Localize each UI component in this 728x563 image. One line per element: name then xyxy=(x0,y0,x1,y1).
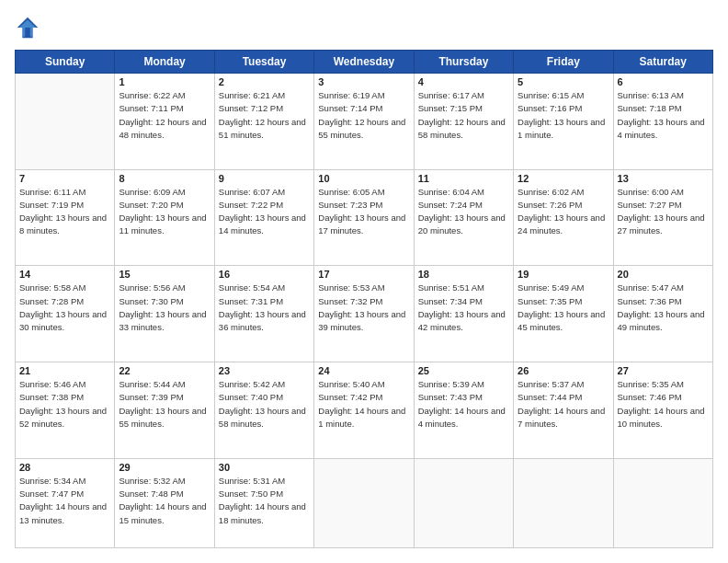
day-number: 22 xyxy=(119,365,210,376)
col-header-wednesday: Wednesday xyxy=(314,51,414,74)
calendar-cell: 28Sunrise: 5:34 AMSunset: 7:47 PMDayligh… xyxy=(16,458,115,547)
day-number: 23 xyxy=(219,365,310,376)
day-number: 11 xyxy=(418,173,509,184)
calendar-cell: 25Sunrise: 5:39 AMSunset: 7:43 PMDayligh… xyxy=(414,362,513,459)
page: SundayMondayTuesdayWednesdayThursdayFrid… xyxy=(0,0,728,563)
calendar-cell: 4Sunrise: 6:17 AMSunset: 7:15 PMDaylight… xyxy=(414,74,513,170)
day-number: 27 xyxy=(618,365,709,376)
day-info: Sunrise: 6:05 AMSunset: 7:23 PMDaylight:… xyxy=(318,186,409,238)
calendar-cell: 14Sunrise: 5:58 AMSunset: 7:28 PMDayligh… xyxy=(16,266,115,362)
day-number: 26 xyxy=(518,365,609,376)
day-info: Sunrise: 5:31 AMSunset: 7:50 PMDaylight:… xyxy=(219,475,310,527)
day-info: Sunrise: 5:35 AMSunset: 7:46 PMDaylight:… xyxy=(618,378,709,431)
day-number: 2 xyxy=(219,76,310,87)
day-info: Sunrise: 5:40 AMSunset: 7:42 PMDaylight:… xyxy=(318,378,409,431)
header xyxy=(15,15,713,40)
calendar-cell: 2Sunrise: 6:21 AMSunset: 7:12 PMDaylight… xyxy=(214,74,313,170)
col-header-friday: Friday xyxy=(514,51,613,74)
day-info: Sunrise: 6:17 AMSunset: 7:15 PMDaylight:… xyxy=(418,89,509,142)
day-number: 1 xyxy=(119,76,210,87)
day-info: Sunrise: 6:11 AMSunset: 7:19 PMDaylight:… xyxy=(19,186,110,238)
col-header-tuesday: Tuesday xyxy=(214,51,313,74)
calendar-table: SundayMondayTuesdayWednesdayThursdayFrid… xyxy=(15,50,713,548)
day-info: Sunrise: 6:15 AMSunset: 7:16 PMDaylight:… xyxy=(518,89,609,142)
day-info: Sunrise: 5:51 AMSunset: 7:34 PMDaylight:… xyxy=(418,282,509,334)
day-number: 28 xyxy=(19,462,110,473)
logo-icon xyxy=(15,15,40,40)
day-number: 8 xyxy=(119,173,210,184)
calendar-cell xyxy=(514,458,613,547)
day-info: Sunrise: 5:49 AMSunset: 7:35 PMDaylight:… xyxy=(518,282,609,334)
day-number: 19 xyxy=(518,269,609,280)
calendar-cell: 23Sunrise: 5:42 AMSunset: 7:40 PMDayligh… xyxy=(214,362,313,459)
week-row-1: 1Sunrise: 6:22 AMSunset: 7:11 PMDaylight… xyxy=(16,74,713,170)
week-row-4: 21Sunrise: 5:46 AMSunset: 7:38 PMDayligh… xyxy=(16,362,713,459)
day-number: 24 xyxy=(318,365,409,376)
calendar-cell: 18Sunrise: 5:51 AMSunset: 7:34 PMDayligh… xyxy=(414,266,513,362)
day-info: Sunrise: 5:53 AMSunset: 7:32 PMDaylight:… xyxy=(318,282,409,334)
day-number: 25 xyxy=(418,365,509,376)
calendar-cell xyxy=(314,458,414,547)
day-info: Sunrise: 5:46 AMSunset: 7:38 PMDaylight:… xyxy=(19,378,110,431)
day-info: Sunrise: 5:58 AMSunset: 7:28 PMDaylight:… xyxy=(19,282,110,334)
day-number: 15 xyxy=(119,269,210,280)
calendar-cell: 19Sunrise: 5:49 AMSunset: 7:35 PMDayligh… xyxy=(514,266,613,362)
calendar-cell xyxy=(16,74,115,170)
calendar-cell: 5Sunrise: 6:15 AMSunset: 7:16 PMDaylight… xyxy=(514,74,613,170)
day-info: Sunrise: 5:34 AMSunset: 7:47 PMDaylight:… xyxy=(19,475,110,527)
calendar-cell xyxy=(414,458,513,547)
day-number: 10 xyxy=(318,173,409,184)
calendar-cell: 15Sunrise: 5:56 AMSunset: 7:30 PMDayligh… xyxy=(115,266,214,362)
week-row-2: 7Sunrise: 6:11 AMSunset: 7:19 PMDaylight… xyxy=(16,169,713,266)
day-info: Sunrise: 5:32 AMSunset: 7:48 PMDaylight:… xyxy=(119,475,210,527)
day-number: 13 xyxy=(618,173,709,184)
calendar-cell: 26Sunrise: 5:37 AMSunset: 7:44 PMDayligh… xyxy=(514,362,613,459)
calendar-cell: 12Sunrise: 6:02 AMSunset: 7:26 PMDayligh… xyxy=(514,169,613,266)
day-info: Sunrise: 5:54 AMSunset: 7:31 PMDaylight:… xyxy=(219,282,310,334)
day-info: Sunrise: 5:39 AMSunset: 7:43 PMDaylight:… xyxy=(418,378,509,431)
day-info: Sunrise: 6:00 AMSunset: 7:27 PMDaylight:… xyxy=(618,186,709,238)
calendar-cell: 13Sunrise: 6:00 AMSunset: 7:27 PMDayligh… xyxy=(613,169,712,266)
day-number: 17 xyxy=(318,269,409,280)
day-number: 7 xyxy=(19,173,110,184)
day-info: Sunrise: 5:37 AMSunset: 7:44 PMDaylight:… xyxy=(518,378,609,431)
day-number: 29 xyxy=(119,462,210,473)
week-row-5: 28Sunrise: 5:34 AMSunset: 7:47 PMDayligh… xyxy=(16,458,713,547)
day-info: Sunrise: 6:13 AMSunset: 7:18 PMDaylight:… xyxy=(618,89,709,142)
calendar-cell: 1Sunrise: 6:22 AMSunset: 7:11 PMDaylight… xyxy=(115,74,214,170)
day-number: 12 xyxy=(518,173,609,184)
calendar-cell: 30Sunrise: 5:31 AMSunset: 7:50 PMDayligh… xyxy=(214,458,313,547)
col-header-sunday: Sunday xyxy=(16,51,115,74)
day-number: 20 xyxy=(618,269,709,280)
day-number: 21 xyxy=(19,365,110,376)
day-number: 16 xyxy=(219,269,310,280)
day-info: Sunrise: 5:44 AMSunset: 7:39 PMDaylight:… xyxy=(119,378,210,431)
day-info: Sunrise: 5:42 AMSunset: 7:40 PMDaylight:… xyxy=(219,378,310,431)
calendar-cell: 20Sunrise: 5:47 AMSunset: 7:36 PMDayligh… xyxy=(613,266,712,362)
day-number: 3 xyxy=(318,76,409,87)
day-number: 4 xyxy=(418,76,509,87)
calendar-cell xyxy=(613,458,712,547)
day-info: Sunrise: 6:21 AMSunset: 7:12 PMDaylight:… xyxy=(219,89,310,142)
day-number: 5 xyxy=(518,76,609,87)
day-info: Sunrise: 5:47 AMSunset: 7:36 PMDaylight:… xyxy=(618,282,709,334)
calendar-cell: 11Sunrise: 6:04 AMSunset: 7:24 PMDayligh… xyxy=(414,169,513,266)
calendar-cell: 9Sunrise: 6:07 AMSunset: 7:22 PMDaylight… xyxy=(214,169,313,266)
col-header-thursday: Thursday xyxy=(414,51,513,74)
calendar-cell: 7Sunrise: 6:11 AMSunset: 7:19 PMDaylight… xyxy=(16,169,115,266)
day-info: Sunrise: 6:22 AMSunset: 7:11 PMDaylight:… xyxy=(119,89,210,142)
day-number: 18 xyxy=(418,269,509,280)
calendar-cell: 17Sunrise: 5:53 AMSunset: 7:32 PMDayligh… xyxy=(314,266,414,362)
col-header-monday: Monday xyxy=(115,51,214,74)
calendar-cell: 6Sunrise: 6:13 AMSunset: 7:18 PMDaylight… xyxy=(613,74,712,170)
day-number: 30 xyxy=(219,462,310,473)
day-info: Sunrise: 6:04 AMSunset: 7:24 PMDaylight:… xyxy=(418,186,509,238)
calendar-header-row: SundayMondayTuesdayWednesdayThursdayFrid… xyxy=(16,51,713,74)
week-row-3: 14Sunrise: 5:58 AMSunset: 7:28 PMDayligh… xyxy=(16,266,713,362)
logo xyxy=(15,15,44,40)
calendar-cell: 21Sunrise: 5:46 AMSunset: 7:38 PMDayligh… xyxy=(16,362,115,459)
calendar-cell: 8Sunrise: 6:09 AMSunset: 7:20 PMDaylight… xyxy=(115,169,214,266)
calendar-cell: 29Sunrise: 5:32 AMSunset: 7:48 PMDayligh… xyxy=(115,458,214,547)
day-info: Sunrise: 6:02 AMSunset: 7:26 PMDaylight:… xyxy=(518,186,609,238)
day-info: Sunrise: 6:19 AMSunset: 7:14 PMDaylight:… xyxy=(318,89,409,142)
